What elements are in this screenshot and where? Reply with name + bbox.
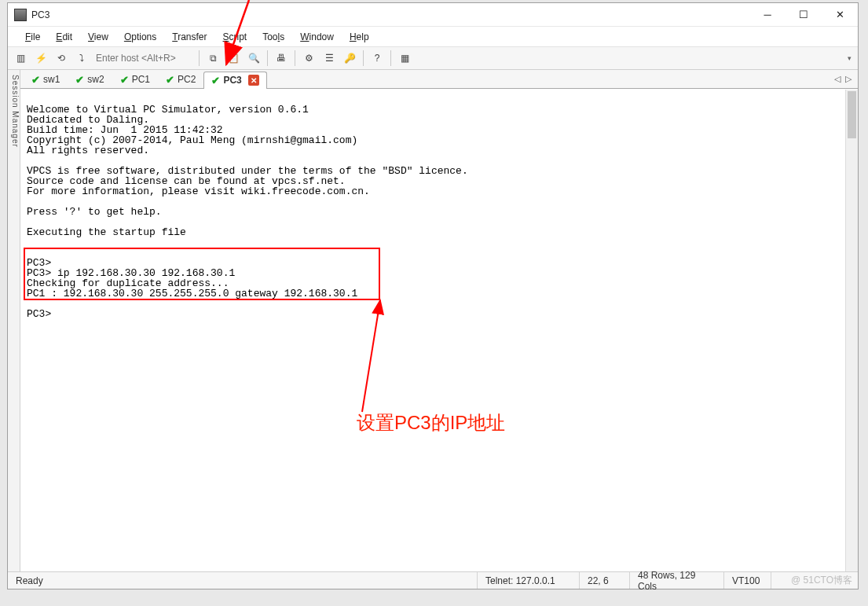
terminal-output: Welcome to Virtual PC Simulator, version… <box>24 90 845 571</box>
settings-icon[interactable]: ⚙ <box>299 50 318 67</box>
key-icon[interactable]: 🔑 <box>340 50 359 67</box>
toolbar-separator <box>390 50 391 66</box>
scrollbar-thumb[interactable] <box>848 91 856 138</box>
tab-label: PC3 <box>223 75 241 86</box>
menu-view[interactable]: View <box>82 28 115 46</box>
check-icon: ✔ <box>75 74 84 86</box>
menu-tools[interactable]: Tools <box>256 28 291 46</box>
help-icon[interactable]: ? <box>368 50 386 67</box>
tab-pc1[interactable]: ✔PC1 <box>112 71 158 88</box>
disconnect-icon[interactable]: ⤵ <box>72 50 91 67</box>
tab-pc3[interactable]: ✔ PC3 ✕ <box>203 72 266 89</box>
menu-help[interactable]: Help <box>343 28 375 46</box>
tab-close-icon[interactable]: ✕ <box>248 75 259 86</box>
close-button[interactable]: ✕ <box>822 3 858 26</box>
window-controls: ─ ☐ ✕ <box>749 3 858 26</box>
content-area: Session Manager ✔sw1 ✔sw2 ✔PC1 ✔PC2 ✔ PC… <box>8 70 858 571</box>
tab-sw2[interactable]: ✔sw2 <box>68 71 112 88</box>
tab-label: sw2 <box>87 74 104 85</box>
menu-file[interactable]: File <box>19 28 46 46</box>
window-title: PC3 <box>31 9 749 20</box>
reconnect-icon[interactable]: ⟲ <box>52 50 71 67</box>
toolbar-separator <box>363 50 364 66</box>
status-dimensions: 48 Rows, 129 Cols <box>630 572 724 589</box>
tab-label: sw1 <box>43 74 60 85</box>
copy-icon[interactable]: ⧉ <box>203 50 222 67</box>
toolbar-separator <box>199 50 200 66</box>
toolbar-separator <box>267 50 268 66</box>
toolbar-separator <box>295 50 295 66</box>
status-bar: Ready Telnet: 127.0.0.1 22, 6 48 Rows, 1… <box>8 571 858 589</box>
menu-script[interactable]: Script <box>217 28 254 46</box>
host-input[interactable] <box>93 50 195 66</box>
check-icon: ✔ <box>211 75 220 86</box>
quick-connect-icon[interactable]: ⚡ <box>31 50 50 67</box>
app-window: PC3 ─ ☐ ✕ File Edit View Options Transfe… <box>7 2 859 589</box>
tab-prev-icon[interactable]: ◁ <box>834 74 841 84</box>
session-manager-icon[interactable]: ▥ <box>11 50 30 67</box>
menu-bar: File Edit View Options Transfer Script T… <box>8 27 858 47</box>
vertical-scrollbar[interactable] <box>845 90 858 571</box>
status-connection: Telnet: 127.0.0.1 <box>478 572 580 589</box>
find-icon[interactable]: 🔍 <box>244 50 263 67</box>
status-terminal-type: VT100 <box>724 572 771 589</box>
session-options-icon[interactable]: ☰ <box>320 50 339 67</box>
tab-sw1[interactable]: ✔sw1 <box>24 71 68 88</box>
check-icon: ✔ <box>166 74 174 86</box>
check-icon: ✔ <box>31 74 40 86</box>
terminal-pane[interactable]: Welcome to Virtual PC Simulator, version… <box>20 89 858 571</box>
side-panel-tab[interactable]: Session Manager <box>8 70 20 571</box>
tab-nav: ◁ ▷ <box>834 74 858 84</box>
maximize-button[interactable]: ☐ <box>786 3 822 26</box>
grid-icon[interactable]: ▦ <box>395 50 414 67</box>
check-icon: ✔ <box>120 74 129 86</box>
paste-icon[interactable]: 📋 <box>224 50 243 67</box>
print-icon[interactable]: 🖶 <box>272 50 291 67</box>
menu-transfer[interactable]: Transfer <box>166 28 213 46</box>
title-bar: PC3 ─ ☐ ✕ <box>8 3 858 27</box>
toolbar: ▥ ⚡ ⟲ ⤵ ⧉ 📋 🔍 🖶 ⚙ ☰ 🔑 ? ▦ ▾ <box>8 47 858 70</box>
main-area: ✔sw1 ✔sw2 ✔PC1 ✔PC2 ✔ PC3 ✕ ◁ ▷ Welcome … <box>20 70 858 571</box>
minimize-button[interactable]: ─ <box>749 3 786 26</box>
tab-label: PC2 <box>178 74 196 85</box>
app-icon <box>14 9 27 21</box>
tab-next-icon[interactable]: ▷ <box>845 74 852 84</box>
menu-edit[interactable]: Edit <box>49 28 79 46</box>
menu-window[interactable]: Window <box>294 28 340 46</box>
annotation-highlight-box <box>24 248 380 300</box>
watermark: @ 51CTO博客 <box>791 574 852 587</box>
toolbar-overflow-icon[interactable]: ▾ <box>844 50 855 67</box>
status-cursor-pos: 22, 6 <box>580 572 630 589</box>
menu-options[interactable]: Options <box>118 28 163 46</box>
tab-pc2[interactable]: ✔PC2 <box>158 71 203 88</box>
status-ready: Ready <box>8 572 478 589</box>
annotation-label: 设置PC3的IP地址 <box>357 410 505 435</box>
session-tabs: ✔sw1 ✔sw2 ✔PC1 ✔PC2 ✔ PC3 ✕ ◁ ▷ <box>20 70 858 89</box>
tab-label: PC1 <box>132 74 150 85</box>
